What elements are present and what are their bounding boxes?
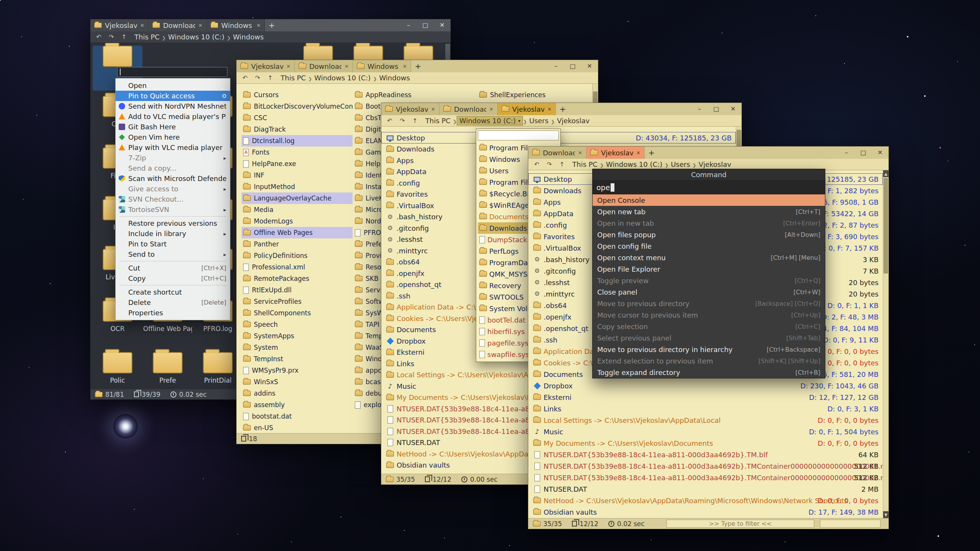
back-button[interactable]: ↶ [385, 117, 394, 124]
breadcrumb-windows-10-c[interactable]: Windows 10 (C:) [166, 33, 227, 41]
minimize-button[interactable]: – [691, 103, 708, 115]
file-item-fonts[interactable]: AFonts [242, 147, 353, 158]
maximize-button[interactable]: □ [708, 103, 725, 115]
file-row-eksterni[interactable]: EksterniD: 12, F: 127, 12 GB [528, 391, 883, 403]
scroll-down-icon[interactable]: ▼ [883, 511, 889, 518]
file-row-nethood[interactable]: NetHood -> C:\Users\Vjekoslav\AppData\Ro… [528, 495, 883, 506]
up-button[interactable]: ↑ [266, 74, 275, 82]
breadcrumb-this-pc[interactable]: This PC [423, 116, 453, 125]
file-item-offline-web-pages[interactable]: Offline Web Pages [242, 227, 353, 238]
menu-item-cut[interactable]: Cut[Ctrl+X] [116, 263, 230, 273]
tab-close-icon[interactable]: ✕ [256, 23, 261, 28]
palette-item-open-context-menu[interactable]: Open context menu[Ctrl+M] [Menu] [593, 252, 825, 263]
filter-input[interactable]: >> Type to filter << [666, 520, 814, 528]
file-item-en-us[interactable]: en-US [242, 422, 353, 433]
file-item-remotepackages[interactable]: RemotePackages [242, 273, 353, 284]
palette-item-toggle-preview[interactable]: Toggle preview[Ctrl+Q] [593, 275, 825, 286]
breadcrumb-vjekoslav[interactable]: Vjekoslav [555, 116, 592, 125]
breadcrumb-windows-10-c[interactable]: Windows 10 (C:) [312, 73, 373, 82]
palette-item-copy-selection[interactable]: Copy selection[Ctrl+C] [593, 321, 825, 332]
file-item-csc[interactable]: CSC [242, 112, 353, 124]
menu-item-send-a-copy[interactable]: Send a copy... [116, 163, 230, 173]
file-item-appreadiness[interactable]: AppReadiness [353, 89, 464, 101]
file-item-dtcinstall-log[interactable]: DtcInstall.log [242, 135, 353, 147]
breadcrumb-windows[interactable]: Windows [377, 73, 412, 82]
rename-input[interactable] [117, 67, 227, 77]
minimize-button[interactable]: – [547, 60, 564, 72]
scrollbar-thumb[interactable] [884, 178, 888, 274]
palette-search-input[interactable]: ope [593, 181, 825, 194]
palette-item-open-in-new-tab[interactable]: Open in new tab[Ctrl+Enter] [593, 217, 825, 229]
file-row-ntuser-dat-53b39e88-18c4-11ea-a811-000d3aa4692b-tmcontainer00000000000000000001-regtrans-ms[interactable]: NTUSER.DAT{53b39e88-18c4-11ea-a811-000d3… [528, 460, 883, 472]
tab-close-icon[interactable]: ✕ [345, 64, 349, 69]
menu-item-send-with-nordvpn-meshnet[interactable]: Send with NordVPN Meshnet [116, 101, 230, 111]
tab-close-icon[interactable]: ✕ [431, 106, 435, 112]
palette-item-select-previous-panel[interactable]: Select previous panel[Shift+Tab] [593, 332, 825, 344]
file-row-my-documents[interactable]: My Documents -> C:\Users\Vjekoslav\Docum… [528, 437, 883, 449]
breadcrumb-vjekoslav[interactable]: Vjekoslav [696, 160, 733, 169]
titlebar[interactable]: Vjekoslav✕Downloads✕Windows✕+ –□✕ [237, 60, 598, 72]
tab-close-icon[interactable]: ✕ [198, 23, 203, 28]
tab-vjekoslav[interactable]: Vjekoslav✕ [381, 103, 439, 115]
palette-item-move-cursor-to-previous-item[interactable]: Move cursor to previous item[Ctrl+Up] [593, 309, 825, 321]
tab-downloads[interactable]: Downloads✕ [149, 19, 207, 31]
file-item-winsxs[interactable]: WinSxS [242, 376, 353, 388]
back-button[interactable]: ↶ [94, 33, 103, 41]
menu-item-open-vim-here[interactable]: Open Vim here [116, 132, 230, 142]
file-item-systemapps[interactable]: SystemApps [242, 330, 353, 342]
file-row-ntuser-dat[interactable]: NTUSER.DAT2 MB [528, 483, 883, 495]
file-item-bitlockerdiscoveryvolumecontents[interactable]: BitLockerDiscoveryVolumeContents [242, 101, 353, 112]
titlebar[interactable]: Vjekoslav✕Downloads✕Vjekoslav✕+ –□✕ [381, 103, 742, 115]
maximize-button[interactable]: □ [564, 60, 581, 72]
tab-close-icon[interactable]: ✕ [286, 64, 291, 69]
file-item-wmsyspr9-prx[interactable]: WMSysPr9.prx [242, 365, 353, 376]
file-item-helppane-exe[interactable]: HelpPane.exe [242, 158, 353, 170]
tab-vjekoslav[interactable]: Vjekoslav✕ [90, 19, 149, 31]
tab-downloads[interactable]: Downloads✕ [528, 147, 586, 159]
file-row-local-settings[interactable]: Local Settings -> C:\Users\Vjekoslav\App… [528, 414, 883, 426]
titlebar[interactable]: Downloads✕Vjekoslav✕+ –□✕ [528, 147, 889, 159]
palette-item-toggle-expand-directory[interactable]: Toggle expand directory[Ctrl+B] [593, 367, 825, 378]
palette-item-move-to-previous-directory[interactable]: Move to previous directory[Backspace] [C… [593, 298, 825, 309]
menu-item-give-access-to[interactable]: Give access to▸ [116, 184, 230, 194]
file-item-shellexperiences[interactable]: ShellExperiences [478, 89, 589, 101]
file-item-addins[interactable]: addins [242, 388, 353, 399]
scrollbar[interactable]: ▲ ▼ [883, 170, 889, 518]
up-button[interactable]: ↑ [557, 161, 567, 168]
drive-filter-input[interactable] [478, 130, 559, 140]
file-item-rtlexupd-dll[interactable]: RtlExUpd.dll [242, 284, 353, 296]
forward-button[interactable]: ↷ [398, 117, 407, 124]
up-button[interactable]: ↑ [119, 33, 129, 41]
tab-vjekoslav[interactable]: Vjekoslav✕ [498, 103, 556, 115]
maximize-button[interactable]: □ [855, 147, 872, 159]
file-row-dropbox[interactable]: DropboxD: 230, F: 1043, 46 GB [528, 380, 883, 391]
palette-item-open-files-popup[interactable]: Open files popup[Alt+Down] [593, 229, 825, 240]
file-item-cursors[interactable]: Cursors [242, 89, 353, 101]
titlebar[interactable]: Vjekoslav✕Downloads✕Windows✕+ –□✕ [90, 19, 451, 31]
forward-button[interactable]: ↷ [107, 33, 116, 41]
grid-item-prefe[interactable]: Prefe [143, 352, 193, 389]
new-tab-button[interactable]: + [645, 147, 658, 159]
breadcrumb-this-pc[interactable]: This PC [278, 73, 308, 82]
file-item-shellcomponents[interactable]: ShellComponents [242, 307, 353, 319]
palette-item-open-file-explorer[interactable]: Open File Explorer [593, 263, 825, 275]
menu-item-add-to-vlc-media-player-s-playlist[interactable]: Add to VLC media player's Playlist [116, 111, 230, 122]
grid-item-printdial[interactable]: PrintDial [193, 352, 243, 389]
tab-downloads[interactable]: Downloads✕ [295, 60, 353, 72]
close-button[interactable]: ✕ [725, 103, 742, 115]
breadcrumb-users[interactable]: Users [527, 116, 550, 125]
palette-item-move-to-previous-directory-in-hierarchy[interactable]: Move to previous directory in hierarchy[… [593, 344, 825, 355]
menu-item-restore-previous-versions[interactable]: Restore previous versions [116, 218, 230, 228]
menu-item-delete[interactable]: Delete[Delete] [116, 297, 230, 308]
file-row-links[interactable]: LinksD: 0, F: 3, 1 KB [528, 403, 883, 414]
tab-downloads[interactable]: Downloads✕ [439, 103, 498, 115]
menu-item-play-with-vlc-media-player[interactable]: Play with VLC media player [116, 142, 230, 153]
tab-close-icon[interactable]: ✕ [578, 150, 582, 156]
file-item-bootstat-dat[interactable]: bootstat.dat [242, 411, 353, 422]
menu-item-copy[interactable]: Copy[Ctrl+C] [116, 273, 230, 284]
breadcrumb-windows-10-c[interactable]: Windows 10 (C:) [604, 160, 665, 169]
tab-close-icon[interactable]: ✕ [489, 106, 493, 112]
file-item-modemlogs[interactable]: ModemLogs [242, 215, 353, 227]
up-button[interactable]: ↑ [410, 117, 420, 124]
breadcrumb-windows[interactable]: Windows [230, 33, 266, 41]
